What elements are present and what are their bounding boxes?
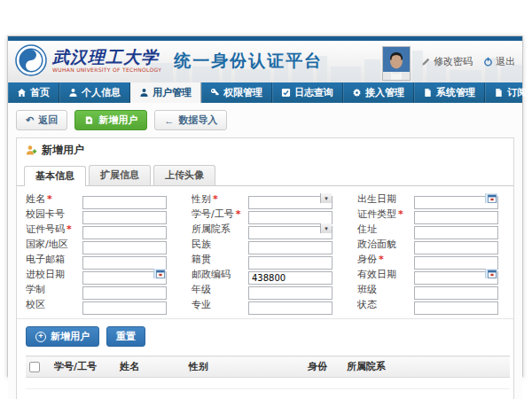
reset-label: 重置 bbox=[116, 330, 136, 343]
field-label-status: 状态 bbox=[357, 298, 414, 311]
tab-extended-info[interactable]: 扩展信息 bbox=[89, 165, 151, 185]
required-asterisk: * bbox=[379, 254, 384, 265]
add-user-label: 新增用户 bbox=[98, 113, 137, 127]
major-input[interactable] bbox=[248, 301, 332, 315]
field-label-address: 住址 bbox=[357, 223, 414, 236]
plus-circle-icon: + bbox=[35, 332, 46, 342]
field-input-wrap bbox=[248, 268, 332, 281]
log-check-icon bbox=[281, 88, 291, 98]
tab-upload-avatar[interactable]: 上传头像 bbox=[153, 165, 215, 185]
field-input-wrap bbox=[248, 298, 332, 311]
empty-table-row bbox=[26, 378, 510, 389]
logout-link[interactable]: 退出 bbox=[483, 55, 515, 68]
nav-item-log-query[interactable]: 日志查询 bbox=[272, 82, 343, 103]
add-user-toolbar-button[interactable]: 新增用户 bbox=[74, 110, 147, 130]
field-input-wrap bbox=[414, 298, 498, 311]
key-icon bbox=[210, 88, 220, 98]
university-name-en: WUHAN UNIVERSITY OF TECHNOLOGY bbox=[52, 67, 161, 73]
nav-item-label: 日志查询 bbox=[294, 86, 333, 99]
field-label-major: 专业 bbox=[192, 298, 248, 311]
calendar-icon[interactable] bbox=[485, 193, 497, 203]
form-field-class: 班级 bbox=[357, 283, 520, 296]
field-input-wrap bbox=[248, 238, 332, 251]
back-label: 返回 bbox=[38, 113, 58, 127]
field-label-political-status: 政治面貌 bbox=[357, 238, 414, 251]
basic-info-form: 姓名*性别*▾出生日期校园卡号学号/工号*证件类型*证件号码*所属院系▾住址国家… bbox=[17, 186, 513, 319]
form-field-country-region: 国家/地区 bbox=[26, 238, 192, 251]
required-asterisk: * bbox=[66, 223, 72, 235]
nav-item-permission[interactable]: 权限管理 bbox=[201, 82, 272, 103]
form-field-campus: 校区 bbox=[26, 298, 192, 311]
status-input[interactable] bbox=[414, 301, 498, 315]
calendar-icon[interactable] bbox=[485, 269, 497, 278]
form-actions: + 新增用户 重置 bbox=[17, 319, 513, 353]
form-field-postal-code: 邮政编码 bbox=[192, 268, 357, 281]
field-input-wrap bbox=[414, 207, 498, 221]
required-asterisk: * bbox=[236, 208, 241, 220]
field-label-id-type: 证件类型* bbox=[357, 207, 414, 221]
app-window: 武汉理工大学 WUHAN UNIVERSITY OF TECHNOLOGY 统一… bbox=[7, 35, 523, 377]
field-label-ethnicity: 民族 bbox=[192, 238, 248, 251]
reset-button[interactable]: 重置 bbox=[106, 326, 145, 347]
data-import-button[interactable]: ← 数据导入 bbox=[154, 110, 227, 130]
form-field-student-staff-id: 学号/工号* bbox=[192, 207, 357, 221]
user-photo bbox=[382, 46, 411, 81]
required-asterisk: * bbox=[47, 193, 52, 205]
form-field-valid-date: 有效日期 bbox=[357, 268, 520, 281]
nav-item-home[interactable]: 首页 bbox=[8, 82, 59, 103]
nav-item-system-mgmt[interactable]: 系统管理 bbox=[414, 82, 485, 103]
form-field-department: 所属院系▾ bbox=[192, 223, 357, 236]
field-label-study-length: 学制 bbox=[26, 283, 82, 296]
header-user-area: 修改密码 退出 bbox=[382, 41, 515, 82]
form-field-address: 住址 bbox=[357, 223, 520, 236]
field-input-wrap bbox=[414, 192, 498, 206]
form-field-id-type: 证件类型* bbox=[357, 207, 520, 221]
calendar-icon[interactable] bbox=[153, 269, 166, 278]
nav-item-access-mgmt[interactable]: 接入管理 bbox=[343, 82, 414, 103]
form-field-study-length: 学制 bbox=[26, 283, 192, 296]
user-icon bbox=[139, 88, 149, 98]
add-user-icon bbox=[84, 115, 94, 125]
form-field-id-number: 证件号码* bbox=[26, 223, 192, 236]
form-field-gender: 性别*▾ bbox=[192, 192, 357, 206]
table-header-col-3: 身份 bbox=[304, 356, 343, 378]
field-input-wrap bbox=[414, 283, 498, 296]
field-label-class: 班级 bbox=[357, 283, 414, 296]
nav-item-personal-info[interactable]: 个人信息 bbox=[59, 82, 130, 103]
nav-item-user-mgmt[interactable]: 用户管理 bbox=[130, 82, 201, 103]
back-button[interactable]: ↶ 返回 bbox=[16, 110, 67, 130]
gear-icon bbox=[352, 88, 362, 98]
platform-title: 统一身份认证平台 bbox=[174, 50, 323, 73]
table-header-col-0: 学号/工号 bbox=[51, 356, 116, 378]
field-input-wrap bbox=[414, 238, 498, 251]
panel-title: 新增用户 bbox=[42, 143, 84, 158]
form-field-entry-date: 进校日期 bbox=[26, 268, 192, 281]
nav-item-subscription[interactable]: 订阅管理 bbox=[485, 82, 532, 103]
select-all-checkbox[interactable] bbox=[29, 362, 40, 372]
nav-item-label: 用户管理 bbox=[153, 86, 192, 99]
campus-input[interactable] bbox=[82, 301, 167, 315]
field-label-department: 所属院系 bbox=[192, 223, 248, 236]
field-label-gender: 性别* bbox=[192, 192, 248, 206]
submit-add-user-button[interactable]: + 新增用户 bbox=[26, 326, 99, 347]
change-password-link[interactable]: 修改密码 bbox=[421, 55, 473, 68]
field-input-wrap bbox=[82, 283, 167, 296]
form-field-identity: 身份* bbox=[357, 253, 520, 266]
data-import-label: 数据导入 bbox=[178, 113, 217, 127]
field-input-wrap: ▾ bbox=[248, 223, 332, 236]
chevron-down-icon[interactable]: ▾ bbox=[320, 193, 332, 203]
field-label-country-region: 国家/地区 bbox=[26, 238, 82, 251]
field-input-wrap: ▾ bbox=[248, 192, 332, 206]
chevron-down-icon[interactable]: ▾ bbox=[320, 223, 332, 233]
nav-item-label: 权限管理 bbox=[223, 86, 262, 99]
form-field-email: 电子邮箱 bbox=[26, 253, 192, 266]
field-input-wrap bbox=[82, 238, 167, 251]
field-input-wrap bbox=[248, 207, 332, 221]
person-icon bbox=[68, 88, 78, 98]
field-label-name: 姓名* bbox=[26, 192, 82, 206]
form-field-birth-date: 出生日期 bbox=[357, 192, 520, 206]
university-name: 武汉理工大学 bbox=[52, 49, 161, 66]
tab-basic-info[interactable]: 基本信息 bbox=[24, 166, 86, 186]
form-field-campus-card-no: 校园卡号 bbox=[26, 207, 192, 221]
table-header-col-4: 所属院系 bbox=[343, 356, 510, 378]
